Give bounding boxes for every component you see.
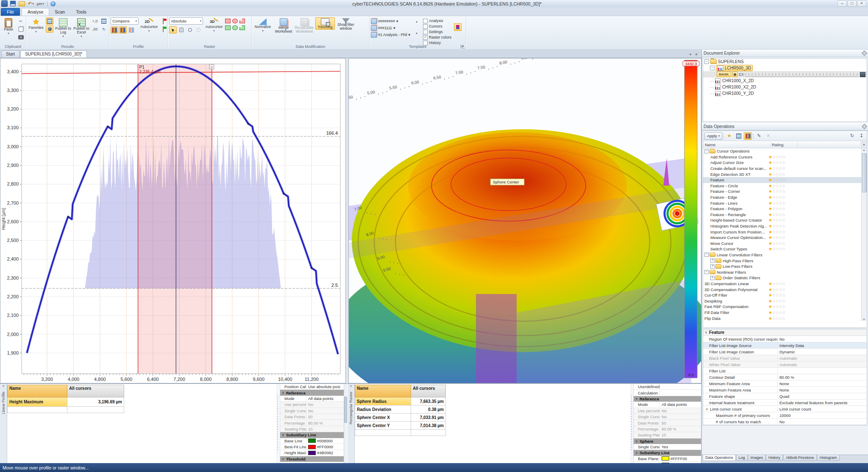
publish-to-log-button[interactable]: Publish to Log▾ xyxy=(55,17,72,39)
table-header-all-cursors[interactable]: All cursors xyxy=(411,385,446,397)
copy-button[interactable] xyxy=(17,25,25,33)
data-operation-row[interactable]: Fast RBF Compensation★☆☆☆☆ xyxy=(703,304,867,310)
collapse-expander-icon[interactable]: − xyxy=(704,270,709,274)
undo-button[interactable]: ↶▾ xyxy=(27,1,35,7)
table-row[interactable]: Sphere Center X7,033.91 µm xyxy=(355,414,446,422)
data-operation-row[interactable]: +Low-Pass Filters xyxy=(703,264,867,269)
property-row[interactable]: Use percentaNo xyxy=(280,402,344,408)
data-operations-column-headers[interactable]: Name Rating ▲ xyxy=(703,141,867,148)
property-row[interactable]: Userdefined N xyxy=(634,384,701,390)
section-header-subsidiary-line[interactable]: ∨Subsidiary Line xyxy=(634,450,701,455)
data-operation-row[interactable]: Fill Data Filter★☆☆☆☆ xyxy=(703,310,867,316)
checkbox-analysis[interactable]: Analysis xyxy=(423,18,451,23)
data-operation-row[interactable]: +High-Pass Filters xyxy=(703,258,867,264)
expand-chevron-icon[interactable]: » xyxy=(348,384,354,390)
scrollbar[interactable] xyxy=(344,384,347,464)
rating-stars[interactable]: ★☆☆☆☆ xyxy=(768,293,798,297)
profile-view1-toggle[interactable] xyxy=(111,26,118,33)
rating-stars[interactable]: ★☆☆☆☆ xyxy=(768,155,798,159)
dock-tab-images[interactable]: Images xyxy=(748,455,766,461)
dock-icon[interactable]: ↧ xyxy=(857,132,865,140)
table-header-all-cursors[interactable]: All cursors xyxy=(67,385,124,397)
list-view-icon[interactable] xyxy=(734,132,743,140)
rating-stars[interactable]: ★☆☆☆☆ xyxy=(768,212,798,217)
collapse-expander-icon[interactable]: − xyxy=(710,66,715,70)
section-header-sphere[interactable]: ∨Sphere xyxy=(634,439,701,444)
property-row[interactable]: Height Maxim#4B0082 xyxy=(280,450,344,456)
property-row[interactable]: ModeAll data points xyxy=(634,402,701,408)
property-row[interactable]: Best-Fit Line#FF0000 xyxy=(280,444,344,450)
detail-view-icon[interactable] xyxy=(744,132,752,140)
webcam-toggle[interactable] xyxy=(46,25,53,33)
cut-button[interactable]: ✂ xyxy=(17,17,25,25)
history-refresh-icon[interactable]: ↻ xyxy=(848,132,856,140)
table-header-name[interactable]: Name xyxy=(7,385,67,397)
document-tab-start[interactable]: Start xyxy=(1,50,19,58)
data-operation-row[interactable]: Cut-Off Filter★☆☆☆☆ xyxy=(703,292,867,298)
rating-stars[interactable]: ★☆☆☆☆ xyxy=(768,310,798,315)
rating-stars[interactable]: ★☆☆☆☆ xyxy=(768,195,798,200)
dock-tab-log[interactable]: Log xyxy=(736,455,748,461)
linear-profile-pane[interactable]: 166.42.53,2004,0004,8005,6006,4007,2008,… xyxy=(0,58,346,383)
favorites-button[interactable]: ★Favorites▾ xyxy=(28,17,45,34)
section-header-reference[interactable]: ∨Reference xyxy=(280,390,344,395)
table-row[interactable]: Height Maximum3,196.69 µm xyxy=(7,397,124,407)
section-header-reference[interactable]: ∨Reference xyxy=(634,396,701,402)
save-button[interactable] xyxy=(9,1,17,7)
ribbon-tab-file[interactable]: File xyxy=(1,8,20,16)
property-row[interactable]: Single CursorYes xyxy=(634,444,701,450)
rating-stars[interactable]: ★☆☆☆☆ xyxy=(768,183,798,188)
raster-color-switch-button[interactable] xyxy=(454,23,462,31)
property-row[interactable]: Maximum Feature AreaNone xyxy=(703,387,867,393)
property-row[interactable]: Minimum Feature AreaNone xyxy=(703,380,867,387)
template-item[interactable]: #1 Analysis - Phil▾ xyxy=(371,32,410,38)
rating-stars[interactable]: ★☆☆☆☆ xyxy=(768,235,798,240)
trimming-button[interactable]: Trimming xyxy=(315,17,335,30)
data-operation-row[interactable]: Edge Detection 3D XT★☆☆☆☆ xyxy=(703,171,867,177)
ribbon-tab-tools[interactable]: Tools xyxy=(70,8,92,16)
collapse-expander-icon[interactable]: − xyxy=(704,149,709,153)
data-operation-row[interactable]: Feature - Corner★☆☆☆☆ xyxy=(703,189,867,194)
data-operation-row[interactable]: Measure Cursor Optimization...★☆☆☆☆ xyxy=(703,235,867,241)
data-operation-row[interactable]: Add Reference Cursors★☆☆☆☆ xyxy=(703,154,867,160)
template-scroll-down-button[interactable]: ▾ xyxy=(413,31,420,36)
property-row[interactable]: Internal feature treatmentExclude intern… xyxy=(703,400,867,406)
property-row[interactable]: Single CursorNo xyxy=(280,408,344,414)
profile-view3-toggle[interactable] xyxy=(128,26,135,33)
property-row[interactable]: Contour Detail80.00 % xyxy=(703,374,867,380)
increase-decimals-button[interactable]: +,0 xyxy=(91,17,99,25)
data-operation-row[interactable]: −Nonlinear Filters xyxy=(703,269,867,275)
rating-stars[interactable]: ★☆☆☆☆ xyxy=(768,166,798,171)
property-row[interactable]: Data Points50 xyxy=(280,414,344,420)
red-polygon-cursor-button[interactable] xyxy=(239,19,245,23)
tab-list-dropdown-icon[interactable]: ▾ xyxy=(688,53,693,56)
dock-tab-abbott-firestone[interactable]: Abbott-Firestone xyxy=(783,455,817,461)
tree-item-chr1000_y_2d[interactable]: CHR1000_Y_2D xyxy=(703,90,867,97)
open-button[interactable] xyxy=(18,1,26,7)
paste-button[interactable]: Paste▾ xyxy=(1,17,16,36)
rating-stars[interactable]: ★☆☆☆☆ xyxy=(768,206,798,211)
rating-stars[interactable]: ★☆☆☆☆ xyxy=(768,189,798,194)
profile-cursor-green-button[interactable] xyxy=(159,25,167,33)
property-row[interactable]: Base Line#008000 xyxy=(280,438,344,444)
rating-stars[interactable]: ★☆☆☆☆ xyxy=(768,224,798,228)
mask-toggle-button[interactable]: MASK xyxy=(717,72,731,77)
tree-item-chr1000_x2_2d[interactable]: CHR1000_X2_2D xyxy=(703,84,867,90)
property-row[interactable]: Maximum # of primary cursors10000 xyxy=(703,412,867,419)
template-item[interactable]: ###1111▾ xyxy=(371,25,410,31)
expand-expander-icon[interactable]: + xyxy=(710,276,715,280)
table-row[interactable]: Sphere Center Y7,014.38 µm xyxy=(355,422,446,430)
checkbox-cursors[interactable]: Cursors xyxy=(423,24,451,29)
data-operation-row[interactable]: +Order Statistic Filters xyxy=(703,275,867,281)
tree-item-superlens[interactable]: − SUPERLENS xyxy=(703,58,867,65)
collapse-expander-icon[interactable]: − xyxy=(704,253,709,257)
data-operation-row[interactable]: Feature - Rectangle★☆☆☆☆ xyxy=(703,212,867,218)
edit-operation-icon[interactable]: ✎ xyxy=(755,132,763,140)
green-polygon-cursor-button[interactable] xyxy=(239,25,245,30)
feature-section-header[interactable]: ∨Feature xyxy=(703,329,867,336)
rating-stars[interactable]: ★☆☆☆☆ xyxy=(768,172,798,177)
property-row[interactable]: Position CalcuUse absolute posi xyxy=(280,384,344,390)
profile-autocursor-button[interactable]: 2D Autocursor▾ xyxy=(140,17,158,33)
publish-to-excel-button[interactable]: Publish to Excel▾ xyxy=(73,17,90,39)
p1-cursor-region[interactable] xyxy=(138,64,212,374)
